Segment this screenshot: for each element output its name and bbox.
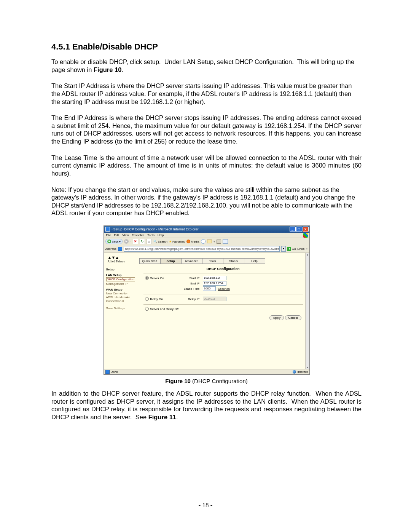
- dhcp-panel: DHCP Configuration Server On Start IP:: [143, 266, 303, 320]
- maximize-button[interactable]: □: [296, 227, 302, 232]
- input-start-ip[interactable]: 192.168.1.2: [203, 276, 226, 280]
- radio-relay-on[interactable]: [145, 297, 149, 301]
- paragraph-3: The End IP Address is where the DHCP ser…: [51, 114, 362, 145]
- menu-favorites[interactable]: Favorites: [132, 233, 144, 237]
- cancel-button[interactable]: Cancel: [285, 315, 301, 320]
- favorites-button[interactable]: ★ Favorites: [169, 240, 185, 243]
- address-dropdown[interactable]: ▾: [281, 246, 286, 252]
- stop-icon[interactable]: ✖: [133, 239, 138, 244]
- statusbar: Done Internet: [104, 369, 309, 374]
- figure-caption-bold: Figure 10: [165, 378, 191, 384]
- menu-file[interactable]: File: [106, 233, 111, 237]
- sidebar-new-connection[interactable]: New Connection: [106, 292, 139, 295]
- sidebar-dhcp-configuration[interactable]: DHCP Configuration: [106, 277, 135, 281]
- chevron-right-icon: »: [306, 247, 307, 251]
- refresh-icon[interactable]: ↻: [140, 239, 145, 244]
- media-button[interactable]: Media: [186, 240, 199, 243]
- label-server-relay-off: Server and Relay Off: [150, 307, 179, 311]
- zone-icon: [293, 370, 296, 374]
- favorites-label: Favorites: [172, 240, 185, 243]
- sidebar-save-settings[interactable]: Save Settings: [106, 307, 139, 310]
- media-label: Media: [191, 240, 199, 243]
- paragraph-6: In addition to the DHCP server feature, …: [51, 390, 362, 421]
- ie-window: =Setup=DHCP Configuration - Microsoft In…: [104, 225, 310, 375]
- edit-icon[interactable]: [223, 239, 228, 244]
- address-label: Address: [105, 247, 116, 251]
- close-button[interactable]: X: [303, 227, 309, 232]
- input-relay-ip[interactable]: 20.0.0.3: [203, 297, 226, 301]
- input-lease-time[interactable]: 3600: [203, 286, 216, 291]
- menu-edit[interactable]: Edit: [114, 233, 119, 237]
- tab-status[interactable]: Status: [223, 258, 244, 264]
- sidebar-connection-0[interactable]: Connection 0: [106, 299, 139, 303]
- router-page: ▲▼▲ Allied Telesyn Quick Start Setup Adv…: [104, 253, 305, 323]
- go-label: Go: [292, 247, 296, 251]
- figure-caption: Figure 10 (DHCP Configuration): [51, 378, 362, 384]
- figure-caption-rest: (DHCP Configuration): [191, 378, 248, 384]
- status-text: Done: [111, 370, 118, 374]
- menubar: File Edit View Favorites Tools Help: [104, 233, 309, 238]
- sidebar-adsl-handshake[interactable]: ADSL Handshake: [106, 296, 139, 299]
- label-relay-on: Relay On: [150, 297, 163, 301]
- menu-view[interactable]: View: [122, 233, 129, 237]
- sidebar-lan-setup: LAN Setup: [106, 273, 139, 277]
- mail-icon[interactable]: [207, 240, 212, 243]
- menu-help[interactable]: Help: [158, 233, 164, 237]
- input-end-ip[interactable]: 192.168.1.254: [203, 281, 226, 286]
- chevron-down-icon: ▾: [213, 240, 215, 243]
- print-icon[interactable]: [217, 240, 221, 244]
- address-input[interactable]: http://192.168.1.1/cgi-bin/webcm/getpage…: [124, 246, 280, 252]
- separator: ·: [130, 240, 131, 243]
- go-arrow-icon: ➜: [287, 247, 291, 251]
- sidebar: Setup LAN Setup DHCP Configuration Manag…: [106, 266, 139, 320]
- scrollbar[interactable]: ▴ ▾: [305, 253, 309, 369]
- label-end-ip: End IP:: [182, 282, 201, 285]
- content-blank-area: [104, 323, 305, 369]
- brand-text: Allied Telesyn: [108, 260, 138, 263]
- apply-button[interactable]: Apply: [269, 315, 284, 320]
- history-icon[interactable]: [201, 239, 206, 244]
- back-arrow-icon: ◄: [107, 240, 111, 243]
- chevron-down-icon: ▾: [119, 240, 121, 243]
- search-button[interactable]: 🔍 Search: [153, 240, 167, 243]
- tab-help[interactable]: Help: [244, 258, 265, 264]
- back-label: Back: [112, 240, 119, 243]
- radio-server-on[interactable]: [145, 276, 149, 280]
- go-button[interactable]: ➜ Go: [287, 247, 296, 251]
- paragraph-5: Note: If you change the start or end val…: [51, 186, 362, 217]
- links-label[interactable]: Links: [297, 247, 304, 251]
- titlebar: =Setup=DHCP Configuration - Microsoft In…: [104, 226, 309, 233]
- page-number: - 18 -: [0, 502, 411, 509]
- panel-title: DHCP Configuration: [143, 266, 303, 273]
- zone-text: Internet: [297, 370, 307, 374]
- figure-10: =Setup=DHCP Configuration - Microsoft In…: [51, 225, 362, 384]
- page-status-icon: [105, 370, 110, 374]
- tab-quick-start[interactable]: Quick Start: [139, 258, 161, 264]
- tab-setup[interactable]: Setup: [160, 258, 182, 264]
- window-title: =Setup=DHCP Configuration - Microsoft In…: [112, 227, 290, 231]
- media-icon: [186, 240, 190, 243]
- menu-tools[interactable]: Tools: [147, 233, 155, 237]
- forward-button[interactable]: ►: [124, 239, 129, 244]
- sidebar-management-ip[interactable]: Management IP: [106, 282, 139, 286]
- page-icon: [105, 227, 110, 232]
- label-server-on: Server On: [150, 276, 164, 280]
- tab-bar: Quick Start Setup Advanced Tools Status …: [140, 258, 303, 264]
- home-icon[interactable]: ⌂: [147, 239, 152, 244]
- label-start-ip: Start IP:: [182, 276, 201, 280]
- scroll-down-icon[interactable]: ▾: [307, 366, 308, 369]
- label-relay-ip: Relay IP:: [182, 297, 201, 301]
- label-lease-time: Lease Time:: [182, 287, 201, 291]
- tab-tools[interactable]: Tools: [202, 258, 223, 264]
- paragraph-2: The Start IP Address is where the DHCP s…: [51, 82, 362, 105]
- brand-logo: ▲▼▲ Allied Telesyn: [106, 254, 140, 264]
- windows-flag-icon: [303, 233, 308, 238]
- toolbar: ◄ Back ▾ ► · ✖ ↻ ⌂ 🔍 Search ★ Favorites: [104, 238, 309, 245]
- page-icon: [118, 247, 122, 251]
- scroll-up-icon[interactable]: ▴: [307, 253, 308, 256]
- back-button[interactable]: ◄ Back ▾: [105, 239, 123, 244]
- radio-server-relay-off[interactable]: [145, 307, 149, 311]
- tab-advanced[interactable]: Advanced: [181, 258, 202, 264]
- sidebar-heading-setup: Setup: [106, 268, 139, 271]
- minimize-button[interactable]: _: [290, 227, 296, 232]
